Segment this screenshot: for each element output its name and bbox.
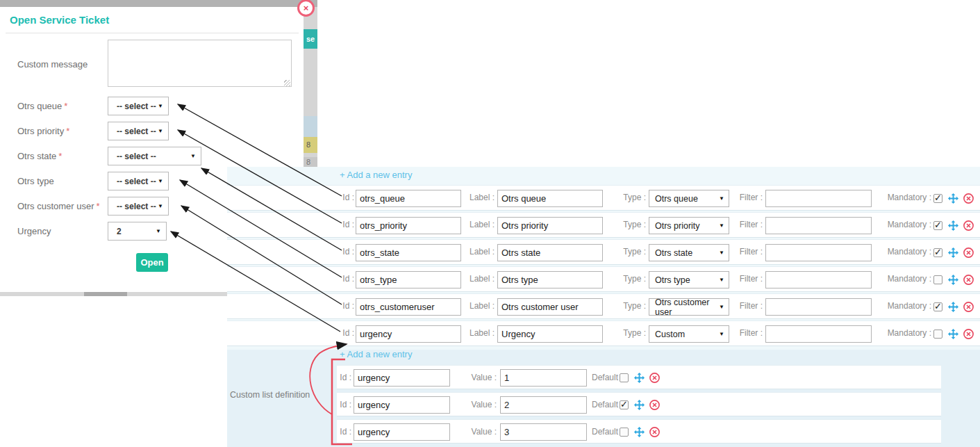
otrs-state-select[interactable]: -- select --▼ [108,147,201,165]
move-button[interactable] [633,399,645,411]
type-select[interactable]: Otrs state▼ [649,244,729,261]
text-input[interactable] [765,190,872,207]
custom-list-row: Id :Value :Default : [337,365,941,389]
text-input[interactable] [500,396,587,414]
text-input[interactable] [500,369,587,387]
move-icon [947,247,959,259]
delete-icon [963,274,974,286]
horizontal-scrollbar[interactable] [0,292,227,296]
custom-list-section-label: Custom list definition [230,390,310,400]
list-entry-row: Id :Label :Type :Custom▼Filter :Mandator… [227,320,980,346]
text-input[interactable] [356,190,461,207]
delete-button[interactable] [649,399,661,411]
move-button[interactable] [947,220,959,231]
move-button[interactable] [633,372,645,384]
required-asterisk: * [66,126,69,136]
text-input[interactable] [354,423,450,441]
background-table-cell: 8 [304,157,317,167]
move-button[interactable] [947,328,959,340]
scrollbar-thumb[interactable] [84,292,127,296]
field-label: Type : [618,240,646,264]
otrs-customer-user-select[interactable]: -- select --▼ [108,197,169,216]
field-label: Filter : [733,267,763,291]
text-input[interactable] [354,396,450,414]
list-entry-row: Id :Label :Type :Otrs type▼Filter :Manda… [227,266,980,292]
type-select[interactable]: Otrs queue▼ [649,190,729,207]
open-button[interactable]: Open [136,253,168,272]
field-label: Filter : [733,186,763,210]
delete-button[interactable] [963,247,974,259]
type-select[interactable]: Custom▼ [649,325,729,343]
custom-message-label: Custom message [17,59,88,70]
text-input[interactable] [765,298,872,316]
background-table-header: se [304,29,317,49]
delete-button[interactable] [963,193,974,204]
type-select[interactable]: Otrs customer user▼ [649,298,729,316]
text-input[interactable] [354,369,450,387]
type-select[interactable]: Otrs priority▼ [649,217,729,234]
field-label: Label : [464,321,495,346]
close-icon[interactable]: × [297,0,315,17]
add-entry-link[interactable]: + Add a new entry [340,349,412,359]
move-button[interactable] [633,426,645,438]
checkbox[interactable]: ✓ [933,221,942,230]
custom-message-textarea[interactable] [108,40,292,87]
add-entry-link[interactable]: + Add a new entry [340,170,412,180]
text-input[interactable] [765,325,872,343]
text-input[interactable] [497,271,603,288]
resize-grip-icon[interactable] [284,80,290,86]
field-label: Type : [618,186,646,210]
move-button[interactable] [947,247,959,259]
text-input[interactable] [356,325,461,343]
checkbox[interactable]: ✓ [933,248,942,257]
text-input[interactable] [497,244,603,261]
text-input[interactable] [497,217,603,234]
field-label: Id : [339,366,351,390]
move-button[interactable] [947,274,959,286]
type-select[interactable]: Otrs type▼ [649,271,729,288]
otrs-queue-select[interactable]: -- select --▼ [108,97,169,115]
move-button[interactable] [947,301,959,313]
otrs-type-select[interactable]: -- select --▼ [108,172,169,190]
checkbox[interactable]: ✓ [620,400,629,409]
text-input[interactable] [356,244,461,261]
text-input[interactable] [497,190,603,207]
field-label: Label : [464,267,495,291]
text-input[interactable] [356,217,461,234]
chevron-down-icon: ▼ [158,128,163,134]
field-label: Id : [338,213,354,237]
delete-button[interactable] [649,426,661,438]
checkbox[interactable] [620,373,629,382]
list-entry-row: Id :Label :Type :Otrs state▼Filter :Mand… [227,239,980,265]
move-button[interactable] [947,193,959,204]
checkbox[interactable] [620,428,629,437]
text-input[interactable] [497,325,603,343]
checkbox[interactable] [933,275,942,284]
text-input[interactable] [356,298,461,316]
checkbox[interactable] [933,330,942,339]
text-input[interactable] [497,298,603,316]
list-entry-row: Id :Label :Type :Otrs customer user▼Filt… [227,293,980,319]
delete-button[interactable] [963,274,974,286]
chevron-down-icon: ▼ [158,203,163,209]
field-label: Mandatory : [877,321,931,346]
checkbox[interactable]: ✓ [933,302,942,311]
otrs-priority-select[interactable]: -- select --▼ [108,122,169,140]
list-entry-row: Id :Label :Type :Otrs queue▼Filter :Mand… [227,185,980,211]
delete-button[interactable] [649,372,661,384]
text-input[interactable] [765,244,872,261]
chevron-down-icon: ▼ [719,304,724,310]
urgency-select[interactable]: 2▼ [108,222,167,241]
delete-button[interactable] [963,328,974,340]
delete-button[interactable] [963,220,974,231]
text-input[interactable] [500,423,587,441]
checkbox[interactable]: ✓ [933,194,942,203]
modal-title: Open Service Ticket [10,14,109,26]
text-input[interactable] [356,271,461,288]
delete-button[interactable] [963,301,974,313]
text-input[interactable] [765,271,872,288]
field-label: Id : [339,420,351,444]
chevron-down-icon: ▼ [719,250,724,256]
text-input[interactable] [765,217,872,234]
field-label: Label : [464,186,495,210]
